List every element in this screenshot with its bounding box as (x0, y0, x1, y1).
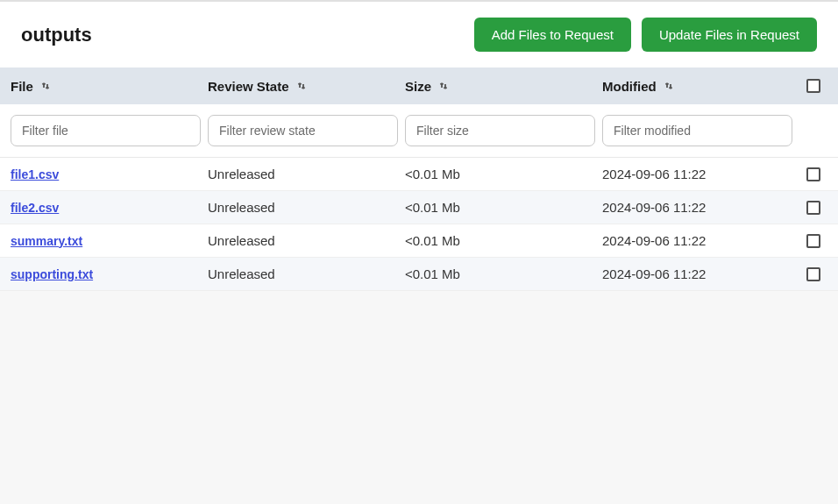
table-row: summary.txtUnreleased<0.01 Mb2024-09-06 … (0, 224, 838, 258)
page-header: outputs Add Files to Request Update File… (0, 2, 838, 67)
file-link[interactable]: supporting.txt (11, 267, 93, 281)
size-cell: <0.01 Mb (405, 200, 460, 215)
column-header-size[interactable]: Size (405, 79, 449, 94)
row-checkbox[interactable] (806, 167, 820, 181)
column-header-review-label: Review State (208, 79, 289, 94)
column-header-modified[interactable]: Modified (602, 79, 674, 94)
table-header-row: File Review State Size (0, 67, 838, 104)
table-row: file2.csvUnreleased<0.01 Mb2024-09-06 11… (0, 191, 838, 224)
column-header-file[interactable]: File (11, 79, 51, 94)
size-cell: <0.01 Mb (405, 167, 460, 181)
review-state-cell: Unreleased (208, 167, 275, 181)
filter-row (0, 104, 838, 158)
file-link[interactable]: file2.csv (11, 201, 59, 215)
sort-icon (40, 81, 51, 91)
table-row: supporting.txtUnreleased<0.01 Mb2024-09-… (0, 258, 838, 291)
filter-file-input[interactable] (11, 115, 201, 146)
table-body: file1.csvUnreleased<0.01 Mb2024-09-06 11… (0, 158, 838, 291)
modified-cell: 2024-09-06 11:22 (602, 266, 706, 281)
modified-cell: 2024-09-06 11:22 (602, 200, 706, 215)
sort-icon (664, 81, 674, 91)
sort-icon (296, 81, 307, 91)
row-checkbox[interactable] (806, 234, 820, 248)
review-state-cell: Unreleased (208, 233, 275, 248)
page-title: outputs (21, 24, 92, 46)
header-buttons: Add Files to Request Update Files in Req… (474, 18, 817, 52)
modified-cell: 2024-09-06 11:22 (602, 233, 706, 248)
filter-modified-input[interactable] (602, 115, 792, 146)
size-cell: <0.01 Mb (405, 233, 460, 248)
review-state-cell: Unreleased (208, 266, 275, 281)
review-state-cell: Unreleased (208, 200, 275, 215)
filter-size-input[interactable] (405, 115, 595, 146)
size-cell: <0.01 Mb (405, 266, 460, 281)
filter-review-input[interactable] (208, 115, 398, 146)
select-all-checkbox[interactable] (806, 79, 820, 93)
column-header-review-state[interactable]: Review State (208, 79, 307, 94)
file-link[interactable]: file1.csv (11, 167, 59, 181)
row-checkbox[interactable] (806, 267, 820, 281)
column-header-modified-label: Modified (602, 79, 657, 94)
update-files-button[interactable]: Update Files in Request (642, 18, 817, 52)
add-files-button[interactable]: Add Files to Request (474, 18, 631, 52)
files-table: File Review State Size (0, 67, 838, 291)
table-row: file1.csvUnreleased<0.01 Mb2024-09-06 11… (0, 158, 838, 191)
sort-icon (438, 81, 449, 91)
column-header-size-label: Size (405, 79, 431, 94)
modified-cell: 2024-09-06 11:22 (602, 167, 706, 181)
column-header-file-label: File (11, 79, 33, 94)
row-checkbox[interactable] (806, 201, 820, 215)
file-link[interactable]: summary.txt (11, 234, 82, 248)
